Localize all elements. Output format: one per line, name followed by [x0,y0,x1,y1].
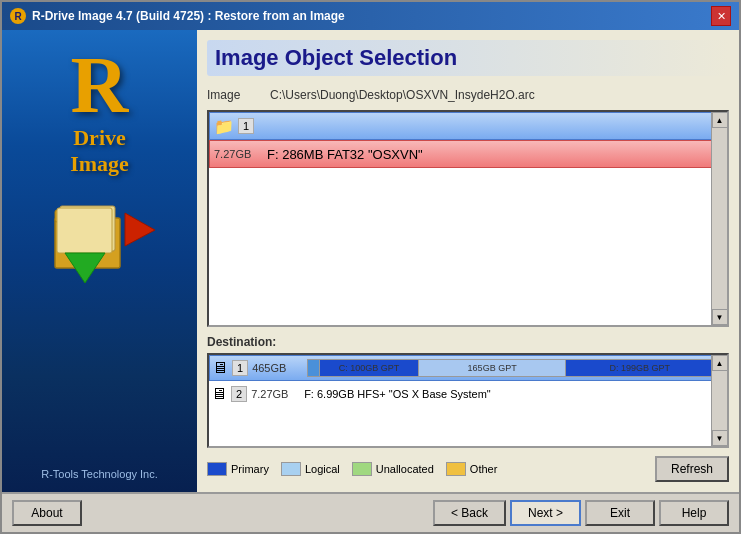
scroll-down-arrow[interactable]: ▼ [712,309,728,325]
destination-label: Destination: [207,335,729,349]
legend-bar: Primary Logical Unallocated Other [207,458,497,480]
next-button[interactable]: Next > [510,500,581,526]
dest-list-panel[interactable]: 🖥 1 465GB C: 100GB GPT 165GB GPT D: 199G… [207,353,729,448]
title-bar-left: R R-Drive Image 4.7 (Build 4725) : Resto… [10,8,345,24]
logo-r-container: R [40,40,160,130]
sidebar-footer: R-Tools Technology Inc. [41,468,158,492]
dest-num-1: 1 [232,360,248,376]
source-list-item-outer[interactable]: 📁 1 [209,112,727,140]
section-title: Image Object Selection [207,40,729,76]
legend-other-label: Other [470,463,498,475]
legend-primary-box [207,462,227,476]
legend-logical-box [281,462,301,476]
item-number: 1 [238,118,254,134]
item-description: F: 286MB FAT32 "OSXVN" [267,147,423,162]
legend-unallocated-label: Unallocated [376,463,434,475]
dest-scrollbar[interactable]: ▲ ▼ [711,355,727,446]
source-list-panel[interactable]: 📁 1 7.27GB F: 286MB FAT32 "OSXVN" ▲ ▼ [207,110,729,327]
legend-logical: Logical [281,462,340,476]
back-button[interactable]: < Back [433,500,506,526]
main-content: R Drive Image [2,30,739,492]
part-seg-d: D: 199GB GPT [566,360,714,376]
dest-item-1[interactable]: 🖥 1 465GB C: 100GB GPT 165GB GPT D: 199G… [209,355,727,381]
part-seg-mid: 165GB GPT [419,360,567,376]
item-size: 7.27GB [214,148,259,160]
image-path-row: Image C:\Users\Duong\Desktop\OSXVN_Insyd… [207,88,729,102]
bottom-bar: About < Back Next > Exit Help [2,492,739,532]
dest-scroll-up[interactable]: ▲ [712,355,728,371]
scroll-up-arrow[interactable]: ▲ [712,112,728,128]
legend-unallocated: Unallocated [352,462,434,476]
disk-icon-1: 🖥 [212,359,228,377]
dest-scroll-down[interactable]: ▼ [712,430,728,446]
exit-button[interactable]: Exit [585,500,655,526]
image-label: Image [207,88,262,102]
logo-svg [35,188,165,288]
legend-other: Other [446,462,498,476]
svg-rect-3 [57,208,112,253]
sidebar: R Drive Image [2,30,197,492]
image-path-value: C:\Users\Duong\Desktop\OSXVN_InsydeH2O.a… [270,88,535,102]
window-title: R-Drive Image 4.7 (Build 4725) : Restore… [32,9,345,23]
logo-r-letter: R [71,45,129,125]
main-window: R R-Drive Image 4.7 (Build 4725) : Resto… [0,0,741,534]
dest-item-2[interactable]: 🖥 2 7.27GB F: 6.99GB HFS+ "OS X Base Sys… [209,381,727,407]
dest-num-2: 2 [231,386,247,402]
partition-bar-1: C: 100GB GPT 165GB GPT D: 199GB GPT [307,359,715,377]
legend-other-box [446,462,466,476]
dest-size-2: 7.27GB [251,388,296,400]
folder-icon: 📁 [214,117,234,136]
app-icon: R [10,8,26,24]
part-seg-c: C: 100GB GPT [320,360,419,376]
legend-primary: Primary [207,462,269,476]
source-list-item-inner[interactable]: 7.27GB F: 286MB FAT32 "OSXVN" [209,140,727,168]
help-button[interactable]: Help [659,500,729,526]
bottom-nav: < Back Next > Exit Help [433,500,729,526]
title-bar: R R-Drive Image 4.7 (Build 4725) : Resto… [2,2,739,30]
part-seg-sys [308,360,320,376]
dest-size-1: 465GB [252,362,297,374]
source-scrollbar[interactable]: ▲ ▼ [711,112,727,325]
refresh-button[interactable]: Refresh [655,456,729,482]
legend-row: Primary Logical Unallocated Other [207,456,729,482]
dest-desc-2: F: 6.99GB HFS+ "OS X Base System" [304,388,491,400]
logo-drive-image: Drive Image [70,125,129,178]
right-panel: Image Object Selection Image C:\Users\Du… [197,30,739,492]
logo-graphic [35,188,165,288]
legend-primary-label: Primary [231,463,269,475]
legend-logical-label: Logical [305,463,340,475]
svg-marker-4 [125,213,155,246]
legend-unallocated-box [352,462,372,476]
close-button[interactable]: ✕ [711,6,731,26]
about-button[interactable]: About [12,500,82,526]
disk-icon-2: 🖥 [211,385,227,403]
